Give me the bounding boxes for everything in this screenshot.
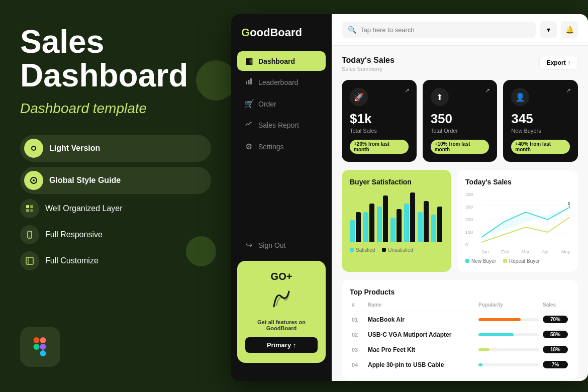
sidebar-nav: ▦ Dashboard Leaderboard 🛒 Order Sales Re… [231, 51, 332, 255]
bar-group [404, 192, 415, 242]
product-row: 01 MacBook Air 70% [350, 312, 570, 327]
product-num: 02 [352, 332, 364, 338]
nav-item-order[interactable]: 🛒 Order [237, 94, 326, 114]
svg-rect-18 [248, 80, 250, 84]
nav-item-leaderboard[interactable]: Leaderboard [237, 73, 326, 92]
promo-text: Get all features on GoodBoard [245, 319, 318, 331]
bar-group [431, 207, 442, 243]
global-style-btn[interactable]: Global Style Guide [20, 167, 211, 194]
bar-teal [404, 204, 409, 242]
bar-group [363, 204, 374, 242]
bar-teal [431, 215, 436, 242]
new-buyers-label: New Buyers [511, 128, 570, 134]
total-sales-arrow: ↗ [405, 87, 410, 94]
product-row: 04 Apple 30-pin to USB Cable 7% [350, 357, 570, 372]
search-bar[interactable]: 🔍 [342, 22, 536, 38]
nav-item-dashboard[interactable]: ▦ Dashboard [237, 51, 326, 71]
sales-badge: 7% [543, 361, 568, 368]
y-labels: 400 300 200 100 0 [465, 192, 477, 247]
signout-nav-icon: ↪ [244, 240, 253, 250]
bar-dark [437, 207, 442, 243]
leaderboard-nav-label: Leaderboard [258, 78, 298, 86]
popularity-fill [478, 318, 521, 321]
svg-point-12 [34, 344, 40, 350]
search-input[interactable] [360, 26, 530, 34]
settings-nav-label: Settings [258, 143, 284, 151]
dashboard-wrapper: GoodBoard ▦ Dashboard Leaderboard 🛒 Orde… [231, 14, 588, 381]
dashboard-nav-label: Dashboard [258, 57, 295, 65]
svg-rect-5 [30, 205, 33, 208]
sales-badge: 70% [543, 316, 568, 323]
organized-icon [20, 199, 39, 218]
promo-card: GO+ Get all features on GoodBoard Primar… [237, 261, 326, 363]
buyer-satisfaction-chart [350, 192, 443, 242]
bar-dark [369, 204, 374, 242]
light-version-btn[interactable]: Light Version [20, 135, 211, 162]
svg-point-1 [32, 147, 35, 150]
dropdown-btn[interactable]: ▾ [540, 21, 557, 38]
product-name: USB-C VGA Mutiport Adapter [368, 331, 474, 338]
total-order-value: 350 [431, 111, 489, 127]
svg-point-16 [40, 350, 46, 356]
bar-dark [356, 212, 361, 243]
total-order-badge: +10% from last month [431, 140, 489, 154]
light-version-label: Light Version [49, 144, 100, 153]
total-order-arrow: ↗ [485, 87, 490, 94]
notification-btn[interactable]: 🔔 [561, 21, 578, 38]
svg-point-9 [29, 237, 30, 238]
legend-unsatisfied: Unsatisfied [382, 247, 413, 253]
stat-card-new-buyers: 👤 ↗ 345 New Buyers +40% from last month [503, 80, 578, 162]
col-num: # [352, 302, 364, 308]
bar-dark [424, 201, 429, 243]
content-area: Today's Sales Sales Summerry Export ↑ 🚀 … [332, 46, 588, 381]
svg-point-3 [33, 179, 35, 181]
product-row: 03 Mac Pro Feet Kit 18% [350, 342, 570, 357]
bar-teal [363, 212, 368, 243]
legend-repeat-buyer: Repeat Buyer [503, 258, 540, 264]
total-sales-value: $1k [350, 111, 409, 127]
total-order-icon: ⬆ [431, 88, 449, 106]
responsive-label: Full Responsive [45, 230, 103, 239]
line-chart-area: 2 [481, 192, 570, 247]
search-icon: 🔍 [348, 26, 356, 34]
popularity-bar [478, 363, 539, 366]
svg-rect-6 [26, 209, 29, 212]
bar-group [390, 209, 402, 242]
bar-teal [418, 212, 423, 243]
svg-rect-17 [246, 81, 247, 84]
signout-nav-label: Sign Out [258, 241, 285, 249]
sales-badge: 18% [543, 346, 568, 353]
export-label: Export ↑ [547, 59, 570, 66]
export-button[interactable]: Export ↑ [539, 56, 578, 70]
svg-point-13 [34, 337, 40, 343]
nav-item-sales-report[interactable]: Sales Report [237, 116, 326, 135]
svg-point-14 [40, 337, 46, 343]
bar-teal [350, 220, 355, 242]
promo-button[interactable]: Primary ↑ [245, 337, 318, 353]
product-num: 03 [352, 347, 364, 353]
sales-chart-legend: New Buyer Repeat Buyer [465, 258, 570, 264]
logo-g: G [241, 26, 250, 39]
hero-section: SalesDashboard Dashboard template Light … [0, 0, 231, 392]
total-sales-label: Total Sales [350, 128, 409, 134]
bar-dark [383, 195, 388, 243]
feature-responsive: Full Responsive [20, 225, 211, 244]
col-name: Name [368, 302, 474, 308]
nav-item-settings[interactable]: ⚙ Settings [237, 137, 326, 156]
nav-item-signout[interactable]: ↪ Sign Out [237, 235, 326, 255]
line-chart-svg: 2 [481, 192, 570, 247]
product-name: Mac Pro Feet Kit [368, 346, 474, 353]
section-header: Today's Sales Sales Summerry Export ↑ [342, 56, 578, 72]
customize-icon [20, 251, 39, 270]
popularity-bar [478, 333, 539, 336]
legend-satisfied: Satisfied [350, 247, 375, 253]
sales-report-nav-label: Sales Report [258, 121, 299, 129]
total-sales-badge: +20% from last month [350, 140, 409, 154]
new-buyers-icon: 👤 [511, 88, 529, 106]
buyer-satisfaction-card: Buyer Satisfaction Satisfied Unsatisfied [342, 170, 451, 272]
product-num: 01 [352, 317, 364, 323]
stats-row: 🚀 ↗ $1k Total Sales +20% from last month… [342, 80, 578, 162]
product-name: Apple 30-pin to USB Cable [368, 361, 474, 368]
hero-subtitle: Dashboard template [20, 101, 211, 117]
todays-sales-chart-title: Today's Sales [465, 178, 570, 186]
